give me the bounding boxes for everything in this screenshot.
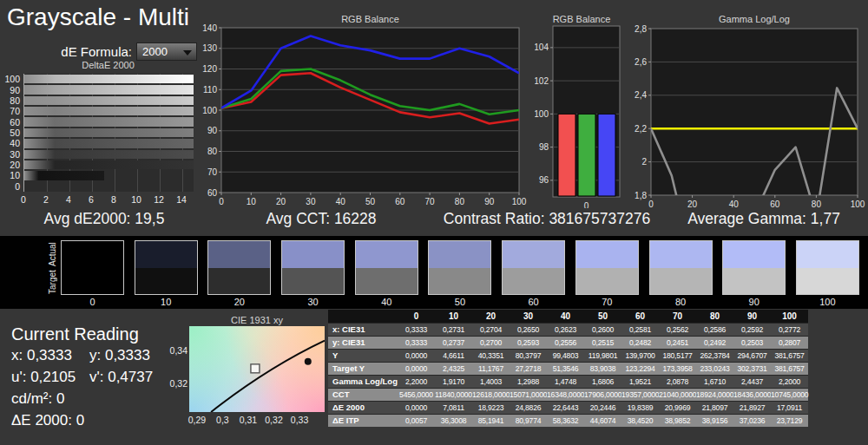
table-cell: 2,0878 — [659, 376, 696, 388]
deltae-bar — [24, 107, 194, 115]
deltae-y-tick-label: 70 — [0, 106, 20, 116]
table-cell: 1,2988 — [510, 376, 547, 388]
table-cell: 38,9852 — [659, 415, 696, 427]
table-cell: 83,9038 — [584, 363, 621, 375]
table-cell: 0,0000 — [398, 402, 435, 414]
table-cell: 119,9801 — [584, 350, 621, 362]
table-cell: 139,9700 — [621, 350, 659, 362]
table-cell: 18,9223 — [472, 402, 510, 414]
svg-text:30: 30 — [306, 197, 316, 206]
table-row-label: x: CIE31 — [328, 324, 398, 336]
table-cell: 233,0243 — [696, 363, 733, 375]
table-cell: 0,2737 — [435, 337, 472, 349]
table-cell: 0,2562 — [659, 324, 696, 336]
swatch-item: 70 — [575, 240, 639, 307]
table-cell: 5456,0000 — [398, 389, 435, 401]
swatch-item: 0 — [61, 240, 124, 307]
table-cell: 37,0236 — [733, 415, 771, 427]
swatch-box — [428, 240, 491, 295]
reading-label: v': 0,4737 — [89, 369, 153, 386]
de-formula-dropdown[interactable]: 2000 — [136, 43, 197, 61]
table-cell: 0,0000 — [398, 363, 435, 375]
table-cell: 19,8389 — [621, 402, 659, 414]
svg-text:80: 80 — [207, 147, 218, 156]
table-cell: 11840,0000 — [435, 389, 472, 401]
deltae-bar — [24, 150, 194, 159]
swatch-box — [355, 240, 418, 295]
target-color-swatch — [282, 268, 344, 295]
table-cell: 20,9969 — [659, 402, 696, 414]
swatch-item: 30 — [281, 240, 345, 307]
svg-text:2,4: 2,4 — [635, 90, 647, 100]
svg-text:100: 100 — [512, 197, 527, 206]
svg-text:102: 102 — [535, 76, 549, 86]
svg-text:70: 70 — [425, 197, 436, 206]
table-cell: 4,6611 — [435, 350, 472, 362]
svg-text:80: 80 — [812, 200, 822, 208]
cie-x-tick-label: 0,33 — [291, 415, 308, 425]
target-color-swatch — [62, 268, 123, 295]
table-cell: 302,3731 — [733, 363, 771, 375]
svg-text:140: 140 — [202, 23, 217, 33]
deltae-y-tick-label: 50 — [0, 128, 20, 138]
swatch-box — [61, 240, 124, 295]
table-cell: 381,6757 — [771, 350, 808, 362]
deltae-bar-row: 30 — [24, 149, 194, 160]
swatch-item: 10 — [135, 240, 198, 307]
table-cell: 10745,0000 — [771, 389, 808, 401]
target-color-swatch — [135, 268, 197, 295]
deltae-y-tick-label: 80 — [0, 95, 20, 106]
svg-text:100: 100 — [535, 109, 549, 119]
deltae-y-tick-label: 20 — [0, 160, 20, 170]
cie-overlay — [189, 326, 325, 412]
table-cell: 80,9774 — [510, 415, 547, 427]
deltae-y-tick-label: 90 — [0, 85, 20, 95]
current-reading-line: x: 0,3333y: 0,3333 — [11, 347, 185, 369]
table-cell: 0,2731 — [435, 324, 472, 336]
deltae-chart-title: DeltaE 2000 — [23, 60, 193, 70]
table-cell: 2,4325 — [435, 363, 472, 375]
table-cell: 0,2807 — [771, 337, 808, 349]
table-cell: 1,6710 — [696, 376, 733, 388]
actual-color-swatch — [356, 241, 418, 268]
swatch-box — [281, 240, 345, 295]
actual-color-swatch — [282, 241, 344, 268]
deltae-x-axis: 02468101214 — [23, 194, 193, 206]
gamma-chart: 1,822,22,42,62,8020406080100 — [623, 5, 868, 208]
deltae-y-tick-label: 40 — [0, 138, 20, 148]
table-cell: 0,2704 — [472, 324, 510, 336]
table-header-cell: 10 — [435, 310, 472, 323]
table-cell: 15071,0000 — [510, 389, 547, 401]
table-row-label: Target Y — [328, 363, 398, 375]
swatch-item: 90 — [722, 240, 786, 307]
reading-label: cd/m²: 0 — [11, 390, 64, 407]
reading-label: x: 0,3333 — [11, 347, 72, 363]
swatch-item: 80 — [649, 240, 713, 307]
swatch-box — [135, 240, 198, 295]
deltae-x-tick-label: 0 — [21, 194, 26, 205]
svg-text:98: 98 — [539, 142, 549, 152]
current-reading-line: cd/m²: 0 — [11, 390, 185, 412]
deltae-bar-row: 100 — [24, 74, 194, 84]
table-cell: 36,3008 — [435, 415, 472, 427]
cie-chart-title: CIE 1931 xy — [189, 315, 325, 325]
swatch-level-label: 30 — [281, 297, 345, 307]
svg-text:40: 40 — [729, 200, 740, 208]
deltae-y-tick-label: 0 — [0, 181, 20, 192]
table-cell: 0,3333 — [398, 324, 435, 336]
swatch-item: 40 — [355, 240, 418, 307]
table-cell: 51,3546 — [547, 363, 584, 375]
current-reading-title: Current Reading — [11, 324, 139, 344]
actual-color-swatch — [576, 241, 638, 268]
actual-color-swatch — [208, 241, 270, 268]
table-cell: 11,1767 — [472, 363, 510, 375]
svg-text:20: 20 — [276, 197, 286, 206]
table-cell: 17,0911 — [771, 402, 808, 414]
actual-color-swatch — [429, 241, 490, 268]
table-cell: 7,0811 — [435, 402, 472, 414]
table-cell: 40,3351 — [472, 350, 510, 362]
cie-y-tick-label: 0,34 — [170, 345, 187, 356]
table-cell: 27,2718 — [510, 363, 547, 375]
deltae-bar — [24, 160, 194, 169]
table-cell: 0,2515 — [584, 337, 621, 349]
